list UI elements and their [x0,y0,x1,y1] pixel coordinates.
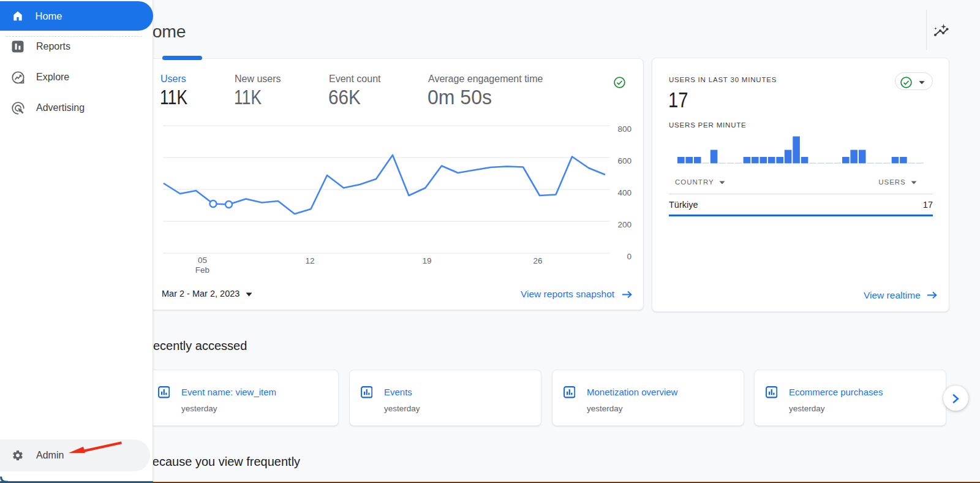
svg-text:05: 05 [198,256,207,265]
svg-text:200: 200 [617,220,631,229]
svg-text:400: 400 [617,188,631,197]
svg-text:0: 0 [627,252,631,261]
svg-text:19: 19 [422,256,431,265]
svg-text:800: 800 [617,124,631,134]
svg-text:26: 26 [533,256,542,265]
svg-text:12: 12 [305,256,314,265]
svg-text:600: 600 [617,156,631,165]
svg-text:Feb: Feb [195,265,209,275]
